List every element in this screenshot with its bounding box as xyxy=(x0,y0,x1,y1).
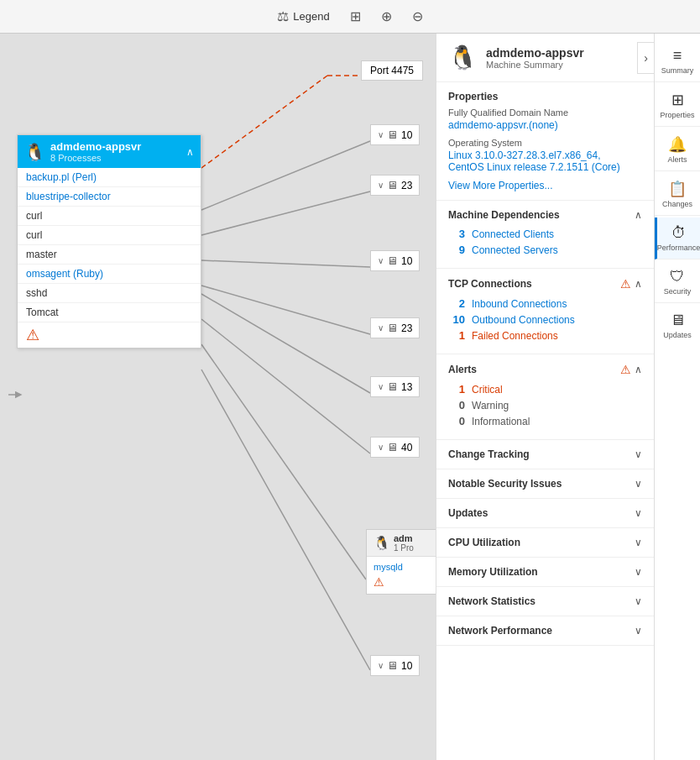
toolbar: ⚖ Legend ⊞ ⊕ ⊖ xyxy=(0,0,700,34)
right-panel: › 🐧 admdemo-appsvr Machine Summary Prope… xyxy=(436,34,654,760)
process-item[interactable]: backup.pl (Perl) xyxy=(18,168,201,187)
critical-row: 1 Critical xyxy=(448,383,642,396)
zoom-in-icon: ⊕ xyxy=(381,8,392,24)
inbound-count: 2 xyxy=(448,297,465,310)
linux-icon: 🐧 xyxy=(374,535,390,551)
monitor-icon: 🖥 xyxy=(387,441,398,453)
remote-node-4[interactable]: ∨ 🖥 23 xyxy=(370,317,420,338)
section-title-network-stats: Network Statistics xyxy=(448,595,535,607)
port-label: Port 4475 xyxy=(370,65,414,76)
sidebar-item-performance[interactable]: ⏱ Performance xyxy=(655,218,700,259)
warning-label[interactable]: Warning xyxy=(472,400,509,411)
server-group-sub: 1 Pro xyxy=(394,543,414,553)
section-header-network-perf[interactable]: Network Performance ∨ xyxy=(448,625,642,637)
section-header-network-stats[interactable]: Network Statistics ∨ xyxy=(448,595,642,607)
server-process[interactable]: mysqld xyxy=(374,560,436,574)
sidebar-item-summary[interactable]: ≡ Summary xyxy=(655,40,700,82)
section-header-notable-security[interactable]: Notable Security Issues ∨ xyxy=(448,478,642,490)
port-node[interactable]: Port 4475 xyxy=(361,60,423,81)
chevron-down-icon: ∨ xyxy=(635,625,642,637)
inbound-label[interactable]: Inbound Connections xyxy=(472,298,567,310)
connected-clients-label[interactable]: Connected Clients xyxy=(472,228,554,240)
zoom-out-button[interactable]: ⊖ xyxy=(412,8,423,24)
failed-label[interactable]: Failed Connections xyxy=(472,330,558,342)
monitor-icon: 🖥 xyxy=(387,128,398,141)
section-title-network-perf: Network Performance xyxy=(448,625,552,637)
updates-icon: 🖥 xyxy=(670,312,685,329)
section-title-change-tracking: Change Tracking xyxy=(448,448,530,460)
remote-node-2[interactable]: ∨ 🖥 23 xyxy=(370,175,420,196)
warning-row: ⚠ xyxy=(18,322,201,348)
alert-circle-icon: ⚠ xyxy=(620,277,631,291)
zoom-out-icon: ⊖ xyxy=(412,8,423,24)
section-title-cpu-util: CPU Utilization xyxy=(448,537,520,548)
process-item[interactable]: sshd xyxy=(18,284,201,303)
summary-label: Summary xyxy=(661,66,694,75)
machine-dependencies-header[interactable]: Machine Dependencies ∧ xyxy=(448,209,642,221)
os-label: Operating System xyxy=(448,138,642,148)
info-label[interactable]: Informational xyxy=(472,416,530,427)
process-item[interactable]: master xyxy=(18,245,201,265)
process-item[interactable]: omsagent (Ruby) xyxy=(18,265,201,284)
panel-title: admdemo-appsvr xyxy=(486,46,584,60)
section-updates: Updates ∨ xyxy=(436,499,654,528)
critical-count: 1 xyxy=(448,383,465,396)
connected-servers-label[interactable]: Connected Servers xyxy=(472,244,558,256)
sidebar-item-properties[interactable]: ⊞ Properties xyxy=(655,84,700,127)
section-header-change-tracking[interactable]: Change Tracking ∨ xyxy=(448,448,642,460)
properties-icon: ⊞ xyxy=(671,91,684,109)
zoom-in-button[interactable]: ⊕ xyxy=(381,8,392,24)
monitor-icon: 🖥 xyxy=(387,322,398,334)
failed-row: 1 Failed Connections xyxy=(448,329,642,342)
process-item[interactable]: bluestripe-collector xyxy=(18,187,201,207)
info-row: 0 Informational xyxy=(448,415,642,427)
svg-line-3 xyxy=(201,191,370,235)
server-group-header: 🐧 adm 1 Pro xyxy=(367,530,436,557)
server-group-node[interactable]: 🐧 adm 1 Pro mysqld ⚠ xyxy=(366,529,436,595)
remote-node-5[interactable]: ∨ 🖥 13 xyxy=(370,376,420,397)
legend-button[interactable]: ⚖ Legend xyxy=(277,8,329,24)
sidebar-item-updates[interactable]: 🖥 Updates xyxy=(655,305,700,346)
dep-row-clients: 3 Connected Clients xyxy=(448,228,642,240)
process-item[interactable]: curl xyxy=(18,226,201,245)
remote-node-1-label: 10 xyxy=(401,129,412,141)
sidebar-item-changes[interactable]: 📋 Changes xyxy=(655,173,700,216)
remote-node-1[interactable]: ∨ 🖥 10 xyxy=(370,124,420,145)
remote-node-7[interactable]: ∨ 🖥 10 xyxy=(370,655,420,676)
machine-dep-body: 3 Connected Clients 9 Connected Servers xyxy=(448,228,642,256)
warning-row: 0 Warning xyxy=(448,399,642,411)
chevron-down-icon: ∨ xyxy=(635,595,642,607)
section-title-updates: Updates xyxy=(448,507,488,519)
main-node-header[interactable]: 🐧 admdemo-appsvr 8 Processes ∧ xyxy=(18,135,201,168)
remote-node-3[interactable]: ∨ 🖥 10 xyxy=(370,250,420,271)
process-item[interactable]: Tomcat xyxy=(18,303,201,322)
inbound-row: 2 Inbound Connections xyxy=(448,297,642,310)
remote-node-6[interactable]: ∨ 🖥 40 xyxy=(370,437,420,458)
security-icon: 🛡 xyxy=(670,268,685,286)
sidebar-item-security[interactable]: 🛡 Security xyxy=(655,261,700,303)
monitor-icon: 🖥 xyxy=(387,254,398,267)
panel-nav-button[interactable]: › xyxy=(637,42,654,74)
tcp-body: 2 Inbound Connections 10 Outbound Connec… xyxy=(448,297,642,342)
section-network-perf: Network Performance ∨ xyxy=(436,616,654,646)
svg-line-6 xyxy=(201,294,370,393)
section-header-updates[interactable]: Updates ∨ xyxy=(448,507,642,519)
alerts-title: Alerts xyxy=(448,364,477,375)
process-item[interactable]: curl xyxy=(18,207,201,226)
tcp-connections-header[interactable]: TCP Connections ⚠ ∧ xyxy=(448,277,642,291)
changes-label: Changes xyxy=(662,200,692,208)
alerts-header[interactable]: Alerts ⚠ ∧ xyxy=(448,363,642,376)
critical-label[interactable]: Critical xyxy=(472,384,503,396)
remote-node-6-label: 40 xyxy=(401,442,412,453)
section-header-memory-util[interactable]: Memory Utilization ∨ xyxy=(448,566,642,578)
tcp-title: TCP Connections xyxy=(448,278,532,290)
grid-button[interactable]: ⊞ xyxy=(350,8,361,24)
server-group-title: adm xyxy=(394,533,414,543)
outbound-label[interactable]: Outbound Connections xyxy=(472,314,575,326)
tcp-connections-section: TCP Connections ⚠ ∧ 2 Inbound Connection… xyxy=(436,269,654,354)
chevron-down-icon: ∨ xyxy=(378,443,384,452)
legend-icon: ⚖ xyxy=(277,8,289,24)
section-header-cpu-util[interactable]: CPU Utilization ∨ xyxy=(448,537,642,548)
view-more-link[interactable]: View More Properties... xyxy=(448,180,642,191)
sidebar-item-alerts[interactable]: 🔔 Alerts xyxy=(655,128,700,171)
